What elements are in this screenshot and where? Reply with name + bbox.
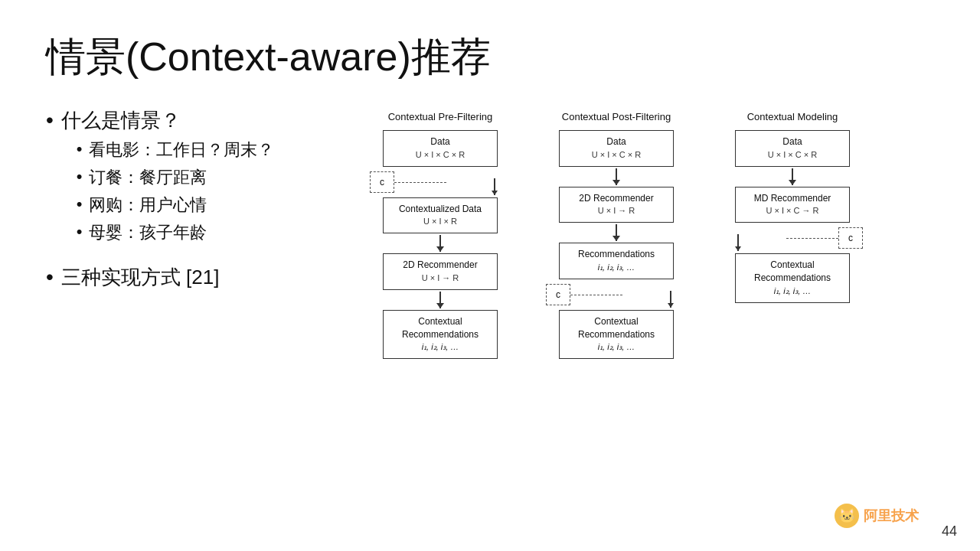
box-2-2-sub: U × I → R xyxy=(598,206,635,215)
box-1-4-sub: i₁, i₂, i₃, … xyxy=(422,342,459,351)
bullet-text-2: 三种实现方式 [21] xyxy=(61,264,220,291)
box-1-2-sub: U × I × R xyxy=(423,217,457,226)
sub-item-4: 母婴：孩子年龄 xyxy=(77,221,274,244)
sub-text-1: 看电影：工作日？周末？ xyxy=(89,139,274,161)
box-3-1: DataU × I × C × R xyxy=(735,130,850,167)
bullet-text-1: 什么是情景？ 看电影：工作日？周末？ 订餐：餐厅距离 网购：用户心情 母婴：孩子… xyxy=(61,107,274,249)
box-2-2: 2D RecommenderU × I → R xyxy=(559,187,674,223)
diagram-title-3: Contextual Modeling xyxy=(747,111,838,122)
dotted-line-1 xyxy=(394,182,446,183)
flow-1: DataU × I × C × R c Contextualized Data xyxy=(364,130,517,359)
watermark-icon: 🐱 xyxy=(835,504,859,528)
box-1-2: Contextualized DataU × I × R xyxy=(383,197,498,234)
box-2-1: DataU × I × C × R xyxy=(559,130,674,167)
sub-list-1: 看电影：工作日？周末？ 订餐：餐厅距离 网购：用户心情 母婴：孩子年龄 xyxy=(77,139,274,244)
sub-item-1: 看电影：工作日？周末？ xyxy=(77,139,274,161)
box-3-3-sub: i₁, i₂, i₃, … xyxy=(774,286,812,295)
slide: 情景(Context-aware)推荐 什么是情景？ 看电影：工作日？周末？ 订… xyxy=(0,0,980,551)
box-1-3-sub: U × I → R xyxy=(422,273,459,282)
box-1-3: 2D RecommenderU × I → R xyxy=(383,253,498,290)
c-box-1: c xyxy=(370,171,394,193)
flow-3: DataU × I × C × R MD RecommenderU × I × … xyxy=(716,130,869,303)
arrow-3-1 xyxy=(792,168,793,185)
box-2-4: Contextual Recommendationsi₁, i₂, i₃, … xyxy=(559,310,674,359)
box-2-3-sub: i₁, i₂, i₃, … xyxy=(598,262,635,272)
box-1-4: Contextual Recommendationsi₁, i₂, i₃, … xyxy=(383,310,498,359)
arrow-1-3 xyxy=(439,292,441,308)
sub-item-3: 网购：用户心情 xyxy=(77,194,274,217)
c-box-3: c xyxy=(838,227,863,249)
diagram-col-1: Contextual Pre-Filtering DataU × I × C ×… xyxy=(360,111,521,359)
box-1-1-sub: U × I × C × R xyxy=(416,150,466,159)
sub-text-2: 订餐：餐厅距离 xyxy=(89,166,207,189)
box-3-2: MD RecommenderU × I × C → R xyxy=(735,187,850,223)
page-number: 44 xyxy=(942,523,957,540)
sub-text-4: 母婴：孩子年龄 xyxy=(89,221,207,244)
box-3-3: Contextual Recommendationsi₁, i₂, i₃, … xyxy=(735,253,850,302)
bullet-item-1: 什么是情景？ 看电影：工作日？周末？ 订餐：餐厅距离 网购：用户心情 母婴：孩子… xyxy=(46,107,337,249)
slide-title: 情景(Context-aware)推荐 xyxy=(46,31,934,84)
arrow-3-c xyxy=(737,234,739,251)
dotted-line-2 xyxy=(570,295,622,295)
flow-2: DataU × I × C × R 2D RecommenderU × I → … xyxy=(540,130,693,359)
dotted-line-3 xyxy=(786,238,838,239)
content-area: 什么是情景？ 看电影：工作日？周末？ 订餐：餐厅距离 网购：用户心情 母婴：孩子… xyxy=(46,107,934,359)
box-2-4-sub: i₁, i₂, i₃, … xyxy=(598,342,635,351)
watermark-text: 阿里技术 xyxy=(864,507,919,525)
sub-item-2: 订餐：餐厅距离 xyxy=(77,166,274,189)
box-2-3: Recommendationsi₁, i₂, i₃, … xyxy=(559,243,674,279)
box-1-1: DataU × I × C × R xyxy=(383,130,498,167)
arrow-2-2 xyxy=(616,224,617,241)
diagram-col-3: Contextual Modeling DataU × I × C × R MD… xyxy=(712,111,873,303)
bullet-list: 什么是情景？ 看电影：工作日？周末？ 订餐：餐厅距离 网购：用户心情 母婴：孩子… xyxy=(46,107,337,291)
arrow-2-1 xyxy=(616,168,617,185)
box-2-1-sub: U × I × C × R xyxy=(592,150,642,159)
box-3-2-sub: U × I × C → R xyxy=(766,206,818,215)
diagram-title-1: Contextual Pre-Filtering xyxy=(388,111,493,122)
diagram-title-2: Contextual Post-Filtering xyxy=(562,111,671,122)
arrow-1-2 xyxy=(439,235,441,252)
arrow-1 xyxy=(494,178,495,195)
sub-text-3: 网购：用户心情 xyxy=(89,194,207,217)
box-3-1-sub: U × I × C × R xyxy=(768,150,818,159)
left-panel: 什么是情景？ 看电影：工作日？周末？ 订餐：餐厅距离 网购：用户心情 母婴：孩子… xyxy=(46,107,337,359)
c-box-2: c xyxy=(546,284,570,305)
arrow-2-c xyxy=(670,291,671,308)
diagram-area: Contextual Pre-Filtering DataU × I × C ×… xyxy=(360,107,934,359)
bullet-item-2: 三种实现方式 [21] xyxy=(46,264,337,291)
watermark: 🐱 阿里技术 xyxy=(835,504,919,528)
diagram-col-2: Contextual Post-Filtering DataU × I × C … xyxy=(536,111,697,359)
